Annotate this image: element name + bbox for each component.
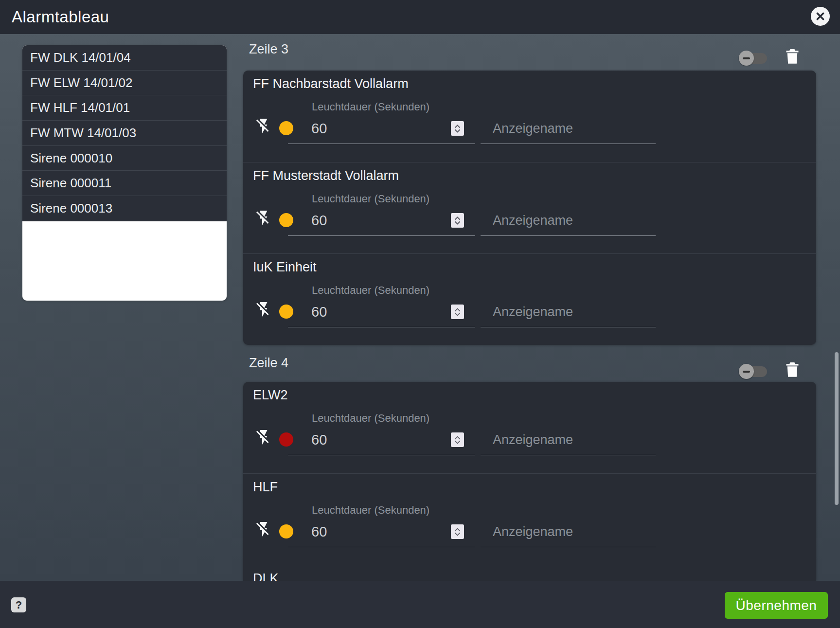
alarm-entry: FF Musterstadt Vollalarm Leuchtdauer (Se…	[243, 162, 816, 253]
chevron-down-icon	[454, 129, 461, 133]
alarm-entry: HLF Leuchtdauer (Sekunden)	[243, 473, 816, 565]
display-name-input[interactable]	[481, 208, 656, 236]
list-item[interactable]: Sirene 000011	[22, 171, 227, 196]
entry-title: IuK Einheit	[253, 260, 317, 275]
flash-off-icon[interactable]	[255, 117, 272, 135]
toggle-knob	[739, 51, 754, 66]
duration-input[interactable]	[288, 428, 475, 455]
chevron-up-icon	[454, 436, 461, 440]
duration-label: Leuchtdauer (Sekunden)	[312, 504, 429, 517]
row-label-zeile-4: Zeile 4	[249, 356, 395, 373]
duration-input[interactable]	[288, 520, 475, 547]
number-stepper[interactable]	[451, 305, 464, 319]
list-item[interactable]: Sirene 000013	[22, 196, 227, 221]
help-button[interactable]: ?	[11, 597, 26, 612]
duration-input[interactable]	[288, 208, 475, 236]
vertical-scrollbar-thumb[interactable]	[835, 352, 839, 505]
alarm-entry: FF Nachbarstadt Vollalarm Leuchtdauer (S…	[243, 71, 816, 162]
duration-label: Leuchtdauer (Sekunden)	[312, 412, 429, 425]
chevron-up-icon	[454, 528, 461, 532]
flash-off-icon[interactable]	[255, 209, 272, 227]
alarmtableau-dialog: Alarmtableau FW DLK 14/01/04 FW ELW 14/0…	[0, 0, 840, 628]
minus-icon	[743, 57, 750, 59]
row-label-zeile-3: Zeile 3	[249, 42, 395, 59]
list-item[interactable]: FW HLF 14/01/01	[22, 95, 227, 121]
entry-title: HLF	[253, 480, 278, 495]
number-stepper[interactable]	[451, 213, 464, 228]
footer-bar: ? Übernehmen	[0, 581, 840, 628]
close-button[interactable]	[811, 7, 830, 26]
duration-label: Leuchtdauer (Sekunden)	[312, 193, 429, 205]
list-item[interactable]: FW DLK 14/01/04	[22, 45, 227, 71]
flash-off-icon[interactable]	[255, 429, 272, 446]
minus-icon	[743, 371, 750, 373]
page-title: Alarmtableau	[12, 0, 109, 34]
chevron-up-icon	[454, 125, 461, 128]
duration-input[interactable]	[288, 116, 475, 144]
row-toggle-zeile-4[interactable]	[739, 364, 768, 379]
chevron-down-icon	[454, 532, 461, 536]
number-stepper[interactable]	[451, 121, 464, 136]
trash-icon	[785, 48, 800, 65]
display-name-input[interactable]	[481, 116, 656, 144]
delete-row-button-zeile-4[interactable]	[784, 361, 801, 379]
chevron-up-icon	[454, 308, 461, 312]
number-stepper[interactable]	[451, 432, 464, 447]
entry-title: FF Musterstadt Vollalarm	[253, 168, 399, 183]
display-name-input[interactable]	[481, 428, 656, 455]
close-icon	[816, 12, 824, 20]
duration-label: Leuchtdauer (Sekunden)	[312, 284, 429, 297]
alarm-entry: IuK Einheit Leuchtdauer (Sekunden)	[243, 253, 816, 345]
entry-title: DLK	[253, 571, 279, 581]
alarm-entry: DLK	[243, 565, 816, 581]
row-toggle-zeile-3[interactable]	[739, 51, 768, 66]
chevron-up-icon	[454, 216, 461, 220]
alarm-entry: ELW2 Leuchtdauer (Sekunden)	[243, 382, 816, 473]
device-list: FW DLK 14/01/04 FW ELW 14/01/02 FW HLF 1…	[22, 45, 227, 301]
submit-button[interactable]: Übernehmen	[725, 592, 828, 619]
number-stepper[interactable]	[451, 524, 464, 539]
duration-label: Leuchtdauer (Sekunden)	[312, 101, 429, 113]
entry-title: ELW2	[253, 388, 288, 403]
list-item[interactable]: FW MTW 14/01/03	[22, 121, 227, 146]
flash-off-icon[interactable]	[255, 301, 272, 318]
duration-input[interactable]	[288, 300, 475, 327]
display-name-input[interactable]	[481, 300, 656, 327]
trash-icon	[785, 361, 800, 378]
flash-off-icon[interactable]	[255, 520, 272, 538]
row-card-zeile-3: FF Nachbarstadt Vollalarm Leuchtdauer (S…	[243, 71, 816, 345]
delete-row-button-zeile-3[interactable]	[784, 48, 801, 66]
display-name-input[interactable]	[481, 520, 656, 547]
entry-title: FF Nachbarstadt Vollalarm	[253, 76, 409, 91]
title-bar: Alarmtableau	[0, 0, 840, 34]
list-item[interactable]: Sirene 000010	[22, 146, 227, 171]
chevron-down-icon	[454, 440, 461, 444]
list-item[interactable]: FW ELW 14/01/02	[22, 71, 227, 96]
row-card-zeile-4: ELW2 Leuchtdauer (Sekunden) HLF	[243, 382, 816, 581]
chevron-down-icon	[454, 221, 461, 225]
toggle-knob	[739, 364, 754, 379]
dialog-body: FW DLK 14/01/04 FW ELW 14/01/02 FW HLF 1…	[0, 34, 840, 581]
chevron-down-icon	[454, 312, 461, 316]
